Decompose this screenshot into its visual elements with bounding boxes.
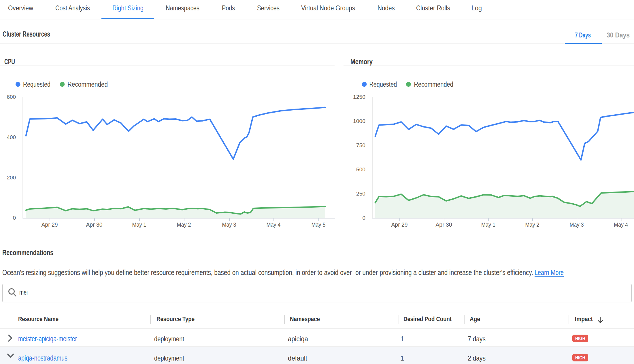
svg-text:May 3: May 3 (570, 221, 584, 228)
svg-text:Nodes: Nodes (378, 4, 395, 12)
svg-text:Services: Services (257, 4, 280, 12)
svg-text:Recommended: Recommended (67, 81, 108, 88)
svg-text:May 1: May 1 (481, 221, 495, 228)
svg-text:Recommendations: Recommendations (2, 248, 53, 257)
svg-text:400: 400 (7, 134, 16, 140)
svg-text:Requested: Requested (23, 81, 50, 88)
svg-text:apiciqa: apiciqa (288, 335, 308, 343)
svg-text:Log: Log (471, 4, 482, 12)
svg-text:2 days: 2 days (468, 354, 486, 362)
svg-text:May 2: May 2 (525, 221, 539, 228)
svg-text:Cluster Resources: Cluster Resources (3, 30, 50, 38)
svg-text:HIGH: HIGH (575, 355, 585, 361)
svg-text:Age: Age (470, 315, 480, 323)
svg-text:750: 750 (356, 142, 365, 148)
svg-text:Pods: Pods (222, 4, 235, 12)
svg-text:0: 0 (362, 215, 365, 221)
svg-text:Requested: Requested (369, 81, 397, 88)
svg-text:CPU: CPU (4, 57, 15, 66)
svg-text:deployment: deployment (154, 335, 184, 343)
svg-text:Impact: Impact (575, 315, 593, 323)
svg-text:Learn More: Learn More (535, 268, 564, 276)
svg-text:250: 250 (356, 191, 365, 197)
svg-text:Memory: Memory (350, 57, 373, 66)
svg-text:May 4: May 4 (614, 221, 628, 228)
svg-text:deployment: deployment (154, 354, 184, 362)
svg-text:600: 600 (7, 94, 16, 100)
svg-text:May 5: May 5 (312, 221, 326, 228)
svg-text:0: 0 (13, 215, 16, 221)
svg-text:mei: mei (19, 288, 28, 296)
svg-text:1: 1 (400, 335, 404, 343)
svg-text:meister-apiciqa-meister: meister-apiciqa-meister (18, 335, 77, 343)
svg-text:Apr 29: Apr 29 (41, 221, 58, 228)
svg-text:Cluster Rolls: Cluster Rolls (416, 4, 450, 12)
svg-text:HIGH: HIGH (575, 336, 585, 341)
svg-text:500: 500 (356, 166, 365, 172)
svg-text:Namespace: Namespace (290, 315, 320, 323)
svg-text:Apr 30: Apr 30 (86, 221, 102, 228)
svg-text:May 3: May 3 (222, 221, 236, 228)
svg-text:7 Days: 7 Days (575, 31, 591, 39)
svg-text:Ocean's resizing suggestions w: Ocean's resizing suggestions will help y… (2, 268, 533, 276)
svg-text:May 1: May 1 (132, 221, 146, 228)
svg-text:default: default (288, 354, 307, 362)
svg-text:200: 200 (7, 175, 16, 181)
svg-text:1: 1 (400, 354, 404, 362)
svg-text:apiqa-nostradamus: apiqa-nostradamus (18, 354, 67, 362)
svg-text:Namespaces: Namespaces (166, 4, 199, 12)
svg-text:Desired Pod Count: Desired Pod Count (403, 315, 452, 323)
svg-text:Apr 30: Apr 30 (435, 221, 452, 228)
svg-text:Cost Analysis: Cost Analysis (55, 4, 90, 12)
svg-text:May 2: May 2 (177, 221, 191, 228)
svg-text:Overview: Overview (8, 4, 33, 12)
svg-text:Virtual Node Groups: Virtual Node Groups (301, 4, 355, 12)
svg-text:Resource Name: Resource Name (18, 315, 59, 323)
svg-text:7 days: 7 days (468, 335, 486, 343)
svg-text:30 Days: 30 Days (607, 31, 630, 39)
svg-text:Apr 29: Apr 29 (391, 221, 407, 228)
svg-text:1000: 1000 (353, 118, 365, 124)
svg-text:Right Sizing: Right Sizing (112, 4, 144, 12)
svg-text:May 4: May 4 (267, 221, 281, 228)
svg-text:1250: 1250 (353, 94, 365, 100)
svg-text:Resource Type: Resource Type (156, 315, 195, 323)
svg-text:Recommended: Recommended (414, 81, 453, 88)
